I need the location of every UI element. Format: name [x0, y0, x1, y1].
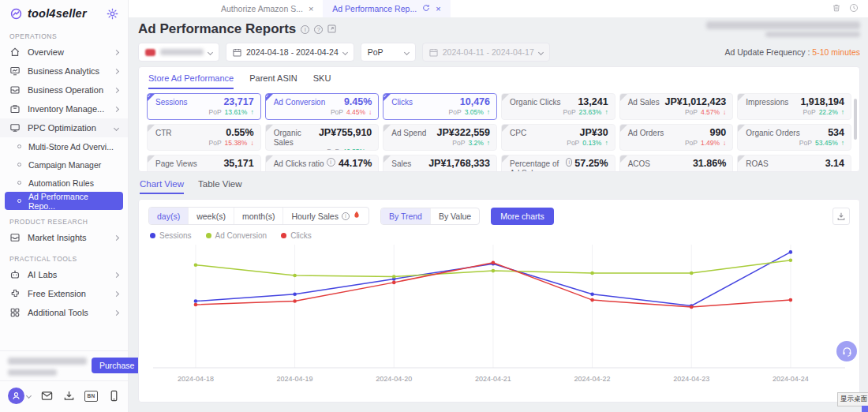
pop-prefix: PoP — [685, 139, 698, 147]
sidebar-subitem-ad-performance-repo[interactable]: Ad Performance Repo... — [5, 192, 123, 210]
pop-prefix: PoP — [803, 108, 816, 116]
sidebar-item-ppc-optimization[interactable]: PPC Optimization — [0, 118, 128, 137]
metric-card[interactable]: Ad SalesJP¥1,012,423PoP4.57%↓ — [619, 93, 734, 120]
account-menu[interactable] — [8, 388, 31, 404]
subscription-area: Purchase — [0, 350, 128, 380]
more-charts-button[interactable]: More charts — [491, 208, 553, 225]
compare-mode-select[interactable]: PoP — [361, 43, 416, 62]
title-share-icon[interactable] — [327, 22, 336, 36]
metric-card[interactable]: SalesJP¥1,768,333 — [383, 155, 497, 172]
store-selector[interactable] — [138, 43, 219, 62]
legend-clicks[interactable]: Clicks — [281, 231, 312, 240]
clear-tabs-trash-icon[interactable] — [832, 3, 841, 14]
download-app-icon[interactable] — [62, 390, 75, 403]
legend-label: Sessions — [159, 231, 192, 240]
period-info-icon[interactable]: i — [342, 212, 350, 220]
metric-value: 0.55% — [226, 127, 253, 138]
support-headset-button[interactable] — [836, 341, 857, 361]
sidebar-subitem-campaign-manager[interactable]: Campaign Manager — [0, 155, 128, 174]
metric-top-row: Organic Clicks13,241 — [510, 96, 608, 107]
period-label: week(s) — [196, 212, 226, 221]
metric-card[interactable]: ROAS3.14 — [737, 155, 851, 172]
tab-sku[interactable]: SKU — [313, 73, 331, 89]
sidebar-item-free-extension[interactable]: Free Extension — [0, 284, 128, 303]
user-avatar-icon[interactable] — [8, 388, 24, 404]
sidebar-item-additional-tools[interactable]: Additional Tools — [0, 303, 128, 322]
metric-card[interactable]: Ad Clicks ratioi44.17% — [265, 155, 380, 172]
select-corner-icon — [265, 124, 274, 133]
title-help-icon[interactable]: ? — [314, 25, 323, 34]
metric-info-icon[interactable]: i — [327, 158, 335, 167]
sidebar-item-business-operation[interactable]: Business Operation — [0, 81, 128, 99]
chart-download-button[interactable] — [832, 208, 850, 225]
history-clock-icon[interactable] — [849, 3, 859, 14]
metric-card[interactable]: CPCJP¥30PoP0.13%↑ — [501, 124, 615, 151]
metric-card[interactable]: Ad SpendJP¥322,559PoP3.2%↑ — [383, 124, 497, 151]
period-day-s-[interactable]: day(s) — [149, 208, 189, 224]
title-info-icon[interactable]: i — [301, 25, 309, 34]
mode-by-trend[interactable]: By Trend — [381, 208, 431, 224]
date-range-picker[interactable]: 2024-04-18 - 2024-04-24 — [226, 43, 354, 62]
legend-ad-conversion[interactable]: Ad Conversion — [206, 231, 268, 240]
workspace-tab[interactable]: Ad Performance Rep...× — [323, 0, 450, 17]
legend-sessions[interactable]: Sessions — [150, 231, 192, 240]
sidebar-subitem-automation-rules[interactable]: Automation Rules — [0, 174, 128, 192]
mode-by-value[interactable]: By Value — [431, 208, 479, 224]
metric-card[interactable]: Page Views35,171 — [147, 155, 261, 172]
metric-pop-row: PoP23.63%↑ — [510, 108, 608, 116]
sidebar-item-inventory-manage[interactable]: Inventory Manage... — [0, 99, 128, 118]
sidebar-item-business-analytics[interactable]: Business Analytics — [0, 62, 128, 81]
nav-section-title: PRACTICAL TOOLS — [9, 255, 118, 263]
sidebar-item-overview[interactable]: Overview — [0, 43, 128, 62]
workspace-tab[interactable]: Authorize Amazon S...× — [211, 0, 323, 17]
compare-range-chevron-icon — [538, 49, 544, 54]
pop-value: 13.61% — [225, 108, 248, 116]
metric-card[interactable]: ✓Ad Conversion9.45%PoP4.45%↓ — [265, 93, 380, 120]
tab-close-icon[interactable]: × — [436, 5, 440, 13]
select-corner-icon — [737, 124, 746, 133]
sidebar-subitem-label: Campaign Manager — [28, 160, 101, 170]
bn-badge-icon[interactable]: BN — [84, 391, 98, 402]
chart-legend: SessionsAd ConversionClicks — [150, 231, 848, 240]
sidebar-item-ai-labs[interactable]: AI Labs — [0, 265, 128, 284]
metric-pop-row: PoP13.61%↑ — [155, 108, 254, 116]
metric-card[interactable]: Organic Clicks13,241PoP23.63%↑ — [501, 93, 615, 120]
metric-info-icon[interactable]: i — [566, 158, 572, 167]
messages-envelope-icon[interactable] — [40, 390, 53, 403]
tab-table-view[interactable]: Table View — [198, 179, 241, 194]
metric-card[interactable]: ✓Clicks10,476PoP3.05%↑ — [383, 93, 497, 120]
pop-value: 3.2% — [468, 139, 483, 147]
metric-card[interactable]: Ad Orders990PoP1.49%↓ — [619, 124, 734, 151]
tab-refresh-icon[interactable] — [422, 4, 430, 13]
sidebar-item-market-insights[interactable]: Market Insights — [0, 228, 128, 247]
calendar-icon — [429, 48, 438, 57]
tab-chart-view[interactable]: Chart View — [140, 179, 184, 194]
metric-label: Clicks — [391, 96, 413, 107]
tab-parent-asin[interactable]: Parent ASIN — [249, 73, 297, 89]
workspace-tabstrip: Authorize Amazon S...×Ad Performance Rep… — [129, 0, 868, 17]
metric-pop-row: PoP3.05%↑ — [391, 108, 490, 116]
metric-card[interactable]: ✓Sessions23,717PoP13.61%↑ — [147, 93, 261, 120]
tab-store-ad-performance[interactable]: Store Ad Performance — [148, 73, 234, 89]
show-desktop-corner[interactable] — [862, 406, 868, 412]
mobile-app-icon[interactable] — [107, 390, 120, 403]
metric-card[interactable]: Organic SalesJP¥755,910PoP46.35%↑ — [265, 124, 380, 151]
tab-close-icon[interactable]: × — [309, 5, 313, 13]
sidebar-subitem-multi-store-ad-overvi[interactable]: Multi-Store Ad Overvi... — [0, 137, 128, 155]
period-month-s-[interactable]: month(s) — [234, 208, 283, 224]
metrics-scrollbar[interactable] — [854, 99, 857, 140]
metric-card[interactable]: Impressions1,918,194PoP22.2%↑ — [737, 93, 851, 120]
sidebar-settings-gear-icon[interactable] — [106, 7, 118, 20]
period-label: day(s) — [157, 212, 180, 221]
chevron-right-icon — [114, 49, 119, 54]
metric-value: 57.25% — [574, 158, 608, 169]
metric-card[interactable]: ACOS31.86% — [619, 155, 734, 172]
period-hourly-sales[interactable]: Hourly Salesi — [283, 208, 369, 224]
store-flag-icon — [145, 49, 155, 56]
account-name-redacted[interactable] — [706, 21, 860, 37]
metric-value: 3.14 — [825, 158, 844, 169]
metric-card[interactable]: CTR0.55%PoP15.38%↓ — [147, 124, 261, 151]
metric-card[interactable]: Organic Orders534PoP53.45%↑ — [737, 124, 851, 151]
metric-card[interactable]: Percentage of Ad Salesi57.25% — [501, 155, 615, 172]
period-week-s-[interactable]: week(s) — [189, 208, 234, 224]
